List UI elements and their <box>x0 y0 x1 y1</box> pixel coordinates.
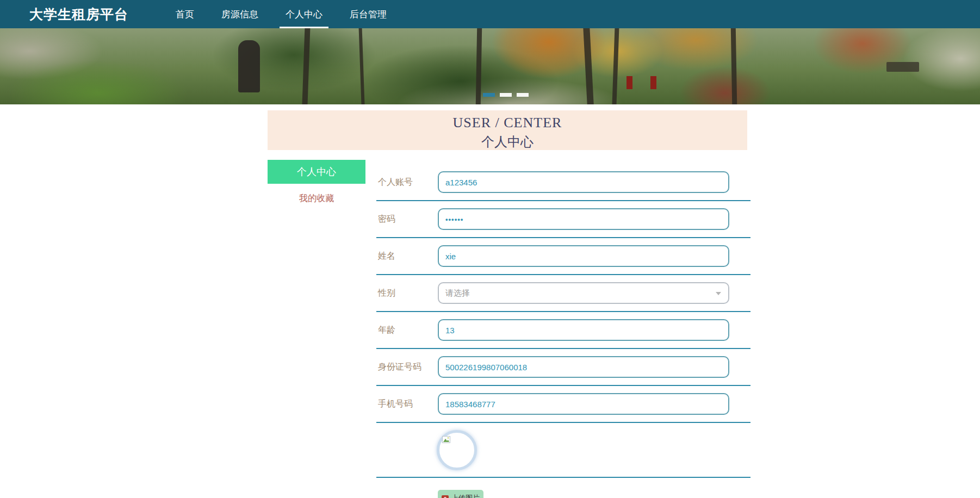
name-label: 姓名 <box>376 251 438 262</box>
form-row-gender: 性别 请选择 <box>376 275 750 312</box>
brand-logo[interactable]: 大学生租房平台 <box>29 5 128 23</box>
upload-image-label: 上传图片 <box>451 493 480 498</box>
page-title: 个人中心 <box>268 133 747 151</box>
nav-item-user-center[interactable]: 个人中心 <box>280 0 328 28</box>
page-header: USER / CENTER 个人中心 <box>268 110 747 150</box>
sidebar-item-favorites[interactable]: 我的收藏 <box>268 193 365 204</box>
nav-item-admin[interactable]: 后台管理 <box>344 0 393 28</box>
broken-image-icon <box>442 436 450 443</box>
hero-banner-photo <box>0 28 980 104</box>
sidebar-item-user-center[interactable]: 个人中心 <box>268 160 365 184</box>
password-input[interactable] <box>438 208 729 230</box>
avatar <box>437 430 477 470</box>
banner-person-silhouette <box>238 40 260 92</box>
banner-decoration <box>358 28 364 104</box>
banner-decoration <box>583 28 594 104</box>
banner-decoration <box>302 28 310 104</box>
carousel-dot[interactable] <box>517 93 529 97</box>
form-row-account: 个人账号 <box>376 164 750 201</box>
carousel-dot[interactable] <box>500 93 512 97</box>
banner-decoration <box>627 76 632 89</box>
banner-decoration <box>476 28 482 104</box>
navbar: 大学生租房平台 首页 房源信息 个人中心 后台管理 <box>0 0 980 28</box>
banner-decoration <box>612 28 619 104</box>
gender-select[interactable]: 请选择 <box>438 282 729 304</box>
id-number-input[interactable] <box>438 356 729 378</box>
id-number-label: 身份证号码 <box>376 362 438 373</box>
profile-form: 个人账号 密码 姓名 性别 请选择 年龄 身份证号码 手机号码 <box>376 164 750 498</box>
form-row-name: 姓名 <box>376 238 750 275</box>
nav-items: 首页 房源信息 个人中心 后台管理 <box>162 0 400 28</box>
breadcrumb: USER / CENTER <box>268 110 747 131</box>
banner-decoration <box>886 62 919 72</box>
account-label: 个人账号 <box>376 177 438 188</box>
upload-image-button[interactable]: 上传图片 <box>438 490 483 498</box>
password-label: 密码 <box>376 214 438 225</box>
form-row-age: 年龄 <box>376 312 750 349</box>
form-row-id-number: 身份证号码 <box>376 349 750 386</box>
account-input[interactable] <box>438 171 729 193</box>
form-row-avatar <box>376 423 750 478</box>
banner-decoration <box>650 76 656 89</box>
name-input[interactable] <box>438 245 729 267</box>
nav-item-listings[interactable]: 房源信息 <box>215 0 264 28</box>
form-row-password: 密码 <box>376 201 750 238</box>
carousel-indicators <box>483 93 529 97</box>
age-input[interactable] <box>438 319 729 341</box>
phone-input[interactable] <box>438 393 729 415</box>
age-label: 年龄 <box>376 325 438 336</box>
camera-icon <box>442 495 449 498</box>
banner-decoration <box>731 28 737 104</box>
phone-label: 手机号码 <box>376 399 438 410</box>
gender-label: 性别 <box>376 288 438 299</box>
carousel-dot-active[interactable] <box>483 93 495 97</box>
sidebar: 个人中心 我的收藏 <box>268 160 365 204</box>
nav-item-home[interactable]: 首页 <box>170 0 200 28</box>
chevron-down-icon <box>716 292 721 295</box>
form-row-phone: 手机号码 <box>376 386 750 423</box>
gender-select-value: 请选择 <box>445 288 470 298</box>
